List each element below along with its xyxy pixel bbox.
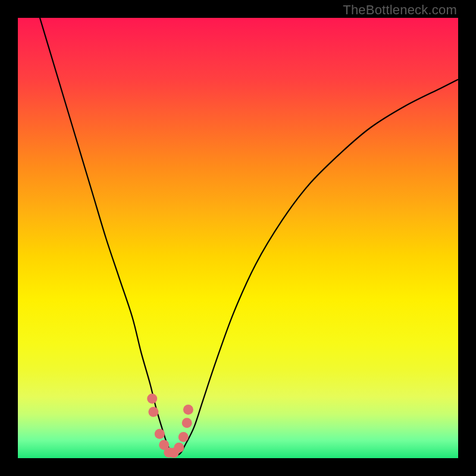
scatter-dot: [147, 394, 157, 404]
scatter-dot: [155, 429, 165, 439]
scatter-dot: [148, 407, 158, 417]
bottleneck-curve: [40, 18, 458, 455]
scatter-dot: [178, 432, 189, 442]
scatter-dot: [182, 418, 192, 428]
scatter-dot: [183, 405, 193, 415]
chart-svg: [18, 18, 458, 458]
chart-frame: TheBottleneck.com: [0, 0, 476, 476]
plot-area: [18, 18, 458, 458]
scatter-points: [147, 394, 193, 458]
scatter-dot: [174, 443, 184, 453]
watermark-text: TheBottleneck.com: [343, 2, 457, 18]
